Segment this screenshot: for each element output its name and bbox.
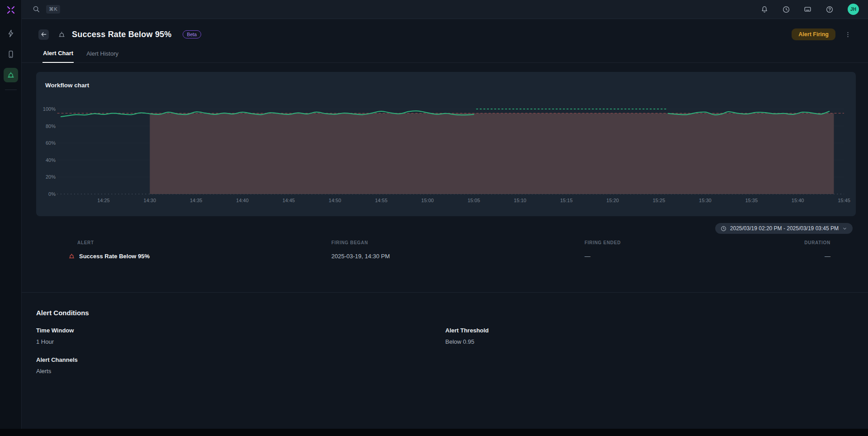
- page-header: Success Rate Below 95% Beta Alert Firing: [22, 19, 868, 47]
- column-header-firing-began: FIRING BEGAN: [331, 240, 585, 245]
- clock-icon: [782, 5, 790, 14]
- main-area: ⌘K: [22, 0, 868, 429]
- alert-siren-icon: [68, 253, 75, 260]
- condition-alert-channels: Alert Channels Alerts: [36, 356, 445, 374]
- date-range-value: 2025/03/19 02:20 PM - 2025/03/19 03:45 P…: [730, 225, 839, 232]
- sidebar: [0, 0, 22, 429]
- arrow-left-icon: [41, 31, 47, 38]
- alert-conditions-section: Alert Conditions Time Window 1 Hour Aler…: [22, 293, 868, 374]
- svg-text:15:35: 15:35: [745, 198, 758, 203]
- condition-value: 1 Hour: [36, 338, 445, 345]
- alert-siren-icon: [7, 71, 15, 79]
- topbar: ⌘K: [22, 0, 868, 19]
- alerts-table: ALERT FIRING BEGAN FIRING ENDED DURATION…: [68, 240, 830, 260]
- svg-text:15:40: 15:40: [792, 198, 804, 203]
- column-header-duration: DURATION: [786, 240, 830, 245]
- user-avatar[interactable]: JH: [848, 4, 859, 15]
- column-header-firing-ended: FIRING ENDED: [585, 240, 786, 245]
- alert-siren-icon: [58, 31, 66, 38]
- svg-text:15:25: 15:25: [653, 198, 665, 203]
- condition-alert-threshold: Alert Threshold Below 0.95: [445, 327, 868, 345]
- firing-began-value: 2025-03-19, 14:30 PM: [331, 253, 585, 260]
- svg-text:14:25: 14:25: [97, 198, 110, 203]
- search-icon: [33, 5, 40, 13]
- back-button[interactable]: [38, 29, 49, 40]
- svg-text:0%: 0%: [48, 191, 56, 197]
- alert-conditions-heading: Alert Conditions: [36, 309, 868, 317]
- condition-value: Alerts: [36, 368, 445, 374]
- svg-text:80%: 80%: [46, 123, 56, 129]
- search-shortcut-badge: ⌘K: [46, 5, 60, 14]
- svg-text:14:35: 14:35: [190, 198, 203, 203]
- sidebar-item-functions[interactable]: [4, 26, 18, 41]
- app-root: ⌘K: [0, 0, 868, 429]
- sidebar-divider: [5, 90, 17, 90]
- kebab-menu-icon: [844, 31, 851, 38]
- duration-value: —: [786, 253, 830, 260]
- search-input[interactable]: ⌘K: [33, 5, 60, 14]
- sidebar-item-alerts[interactable]: [4, 68, 18, 82]
- svg-text:15:10: 15:10: [514, 198, 527, 203]
- svg-text:15:15: 15:15: [560, 198, 573, 203]
- date-range-row: 2025/03/19 02:20 PM - 2025/03/19 03:45 P…: [22, 216, 868, 234]
- page-title: Success Rate Below 95%: [72, 30, 172, 39]
- more-actions-button[interactable]: [843, 29, 853, 39]
- chart-title: Workflow chart: [45, 82, 89, 89]
- mobile-phone-icon: [7, 50, 15, 58]
- workflow-chart-card: Workflow chart 0%20%40%60%80%100%14:2514…: [36, 72, 856, 216]
- clock-icon: [721, 226, 726, 232]
- svg-text:14:45: 14:45: [283, 198, 295, 203]
- tab-bar: Alert Chart Alert History: [22, 47, 868, 63]
- keyboard-icon: [803, 5, 812, 14]
- starburst-logo-icon: [5, 5, 16, 15]
- tab-alert-history[interactable]: Alert History: [86, 47, 119, 62]
- svg-text:15:30: 15:30: [699, 198, 712, 203]
- recent-activity-button[interactable]: [780, 3, 792, 15]
- bell-icon: [760, 5, 769, 14]
- svg-text:100%: 100%: [43, 106, 56, 112]
- chevron-down-icon: [842, 226, 847, 231]
- help-button[interactable]: [823, 3, 835, 15]
- svg-text:14:50: 14:50: [329, 198, 341, 203]
- help-icon: [826, 5, 834, 14]
- table-row[interactable]: Success Rate Below 95% 2025-03-19, 14:30…: [68, 253, 830, 260]
- svg-text:15:05: 15:05: [467, 198, 480, 203]
- shortcuts-button[interactable]: [802, 3, 814, 15]
- column-header-alert: ALERT: [68, 240, 331, 245]
- svg-text:15:20: 15:20: [606, 198, 619, 203]
- workflow-chart: 0%20%40%60%80%100%14:2514:3014:3514:4014…: [36, 72, 856, 216]
- condition-label: Alert Channels: [36, 356, 445, 363]
- condition-time-window: Time Window 1 Hour: [36, 327, 445, 345]
- alerts-table-header: ALERT FIRING BEGAN FIRING ENDED DURATION: [68, 240, 830, 245]
- condition-value: Below 0.95: [445, 338, 868, 345]
- condition-label: Time Window: [36, 327, 445, 334]
- lightning-bolt-icon: [7, 29, 15, 38]
- svg-text:15:00: 15:00: [421, 198, 434, 203]
- svg-text:60%: 60%: [46, 140, 56, 146]
- notifications-button[interactable]: [758, 3, 770, 15]
- svg-text:14:55: 14:55: [375, 198, 387, 203]
- svg-text:14:30: 14:30: [144, 198, 156, 203]
- date-range-picker[interactable]: 2025/03/19 02:20 PM - 2025/03/19 03:45 P…: [715, 223, 853, 234]
- topbar-actions: JH: [758, 3, 859, 15]
- tab-alert-chart[interactable]: Alert Chart: [42, 47, 74, 63]
- sidebar-item-apps[interactable]: [4, 47, 18, 62]
- alert-name: Success Rate Below 95%: [79, 253, 150, 260]
- firing-ended-value: —: [585, 253, 786, 260]
- svg-text:40%: 40%: [46, 157, 56, 163]
- beta-badge: Beta: [183, 30, 202, 38]
- alert-status-badge: Alert Firing: [792, 28, 835, 40]
- condition-label: Alert Threshold: [445, 327, 868, 334]
- svg-text:15:45: 15:45: [838, 198, 850, 203]
- app-logo[interactable]: [0, 0, 22, 20]
- svg-text:14:40: 14:40: [236, 198, 249, 203]
- svg-text:20%: 20%: [46, 174, 56, 180]
